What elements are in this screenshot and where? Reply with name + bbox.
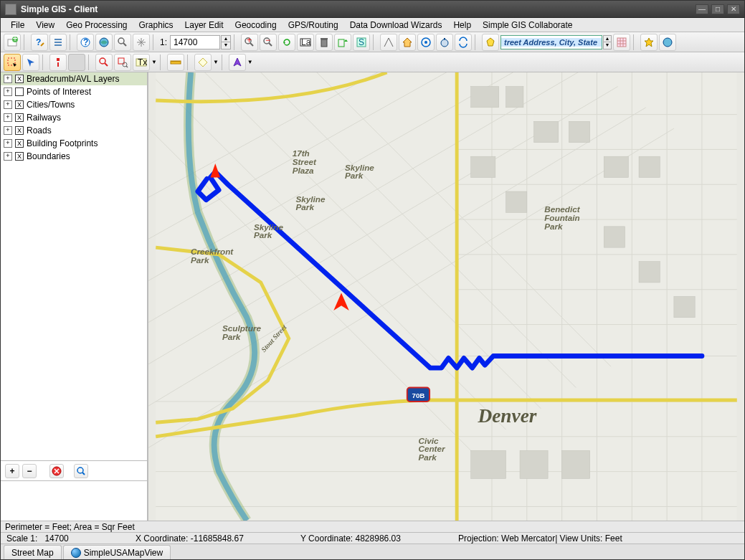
address-input[interactable] [501,38,602,47]
menu-simple-gis-collaborate[interactable]: Simple GIS Collaborate [477,19,578,32]
layer-tree[interactable]: +XBreadcrumb/AVL Layers+Points of Intere… [1,72,147,460]
clear-button[interactable] [49,464,64,478]
menu-gps/routing[interactable]: GPS/Routing [283,19,344,32]
layer-row[interactable]: +XBoundaries [1,150,147,163]
zoom-out-button[interactable]: − [260,34,277,51]
svg-rect-20 [338,39,344,47]
address-search[interactable] [500,35,602,49]
scale-input[interactable]: 14700 [170,35,220,49]
svg-rect-97 [562,450,590,478]
select-point-button[interactable] [22,54,39,71]
layer-checkbox[interactable] [15,87,24,96]
app-icon [5,4,16,15]
toolbar-secondary: Txt ▼ ▼ ▼ [1,52,744,72]
layer-row[interactable]: +XRailways [1,111,147,124]
expand-icon[interactable]: + [4,100,12,109]
menu-view[interactable]: View [30,19,60,32]
pan-tool-button[interactable] [133,34,150,51]
toolbar-main: + ? ? 1: 14700 ▲ ▼ + − Lab S [1,32,744,52]
zoom-layer-button[interactable] [74,464,88,478]
svg-point-38 [100,58,105,64]
expand-icon[interactable]: + [4,126,12,135]
grid-button[interactable] [613,34,630,51]
menu-file[interactable]: File [5,19,30,32]
minimize-button[interactable]: — [696,4,708,14]
map-view[interactable]: 70B Denver 17thStreetPlaza SkylinePark S… [148,72,744,521]
window-title: Simple GIS - Client [21,4,696,14]
layer-row[interactable]: +XCities/Towns [1,98,147,111]
layer-checkbox[interactable]: X [15,139,24,148]
export-button[interactable] [334,34,351,51]
svg-text:70B: 70B [412,391,424,399]
scale-up-button[interactable]: ▲ [221,35,231,42]
expand-icon[interactable]: + [4,75,12,83]
identify-button[interactable]: ? [77,34,94,51]
bookmark-button[interactable] [640,34,658,51]
measure-button[interactable] [380,34,397,51]
menu-geocoding[interactable]: Geocoding [229,19,283,32]
geocode-button[interactable] [482,34,499,51]
svg-point-26 [424,41,427,44]
svg-rect-90 [471,156,495,177]
layer-row[interactable]: +Points of Interest [1,85,147,98]
layer-row[interactable]: +XRoads [1,124,147,137]
layer-label: Cities/Towns [27,100,75,110]
addr-up-button[interactable]: ▲ [603,35,612,42]
menu-data-download-wizards[interactable]: Data Download Wizards [344,19,448,32]
target-button[interactable] [417,34,435,51]
refresh-button[interactable] [278,34,295,51]
find-button[interactable] [95,54,113,71]
layer-checkbox[interactable]: X [15,113,24,122]
tab-street-map[interactable]: Street Map [4,545,62,559]
full-extent-button[interactable] [95,34,113,51]
info-button[interactable] [49,54,67,71]
layer-checkbox[interactable]: X [15,126,24,135]
scale-down-button[interactable]: ▼ [221,42,231,49]
world-button[interactable] [659,34,676,51]
label-button[interactable]: Lab [297,34,314,51]
svg-marker-46 [199,58,207,67]
layer-checkbox[interactable]: X [15,100,24,109]
close-button[interactable]: ✕ [727,4,740,14]
select-rect-button[interactable] [4,54,21,71]
add-layer-button[interactable]: + [4,34,21,51]
layer-row[interactable]: +XBuilding Footprints [1,137,147,150]
menubar: FileViewGeo ProcessingGraphicsLayer Edit… [1,18,744,32]
layer-checkbox[interactable]: X [15,75,24,83]
layer-label: Railways [27,113,61,123]
list-button[interactable] [49,34,67,51]
tab-simpleusamapview[interactable]: SimpleUSAMapView [63,545,171,559]
expand-icon[interactable]: + [4,139,12,148]
ruler-button[interactable] [167,54,184,71]
shape-button[interactable] [194,54,212,71]
stopwatch-button[interactable] [436,34,453,51]
expand-icon[interactable]: + [4,152,12,161]
maximize-button[interactable]: □ [711,4,724,14]
map-canvas[interactable]: 70B Denver 17thStreetPlaza SkylinePark S… [148,72,744,521]
menu-geo-processing[interactable]: Geo Processing [60,19,133,32]
delete-button[interactable] [315,34,333,51]
sync-button[interactable] [455,34,472,51]
svg-marker-47 [234,58,241,66]
menu-layer-edit[interactable]: Layer Edit [179,19,229,32]
text-annotation-button[interactable]: Txt [133,54,150,71]
remove-item-button[interactable]: − [22,464,37,478]
zoom-tool-button[interactable] [114,34,131,51]
menu-help[interactable]: Help [447,19,477,32]
help-wizard-button[interactable]: ? [31,34,48,51]
layer-row[interactable]: +XBreadcrumb/AVL Layers [1,72,147,85]
zoom-in-button[interactable]: + [241,34,258,51]
navigate-button[interactable] [229,54,246,71]
addr-down-button[interactable]: ▼ [603,42,612,49]
home-button[interactable] [399,34,416,51]
main-body: +XBreadcrumb/AVL Layers+Points of Intere… [1,72,744,521]
menu-graphics[interactable]: Graphics [133,19,179,32]
expand-icon[interactable]: + [4,113,12,122]
layer-checkbox[interactable]: X [15,152,24,161]
zoom-selection-button[interactable] [114,54,131,71]
expand-icon[interactable]: + [4,87,12,96]
add-item-button[interactable]: + [5,464,19,478]
script-button[interactable]: S [353,34,370,51]
svg-point-32 [663,38,672,47]
svg-rect-51 [156,72,737,521]
